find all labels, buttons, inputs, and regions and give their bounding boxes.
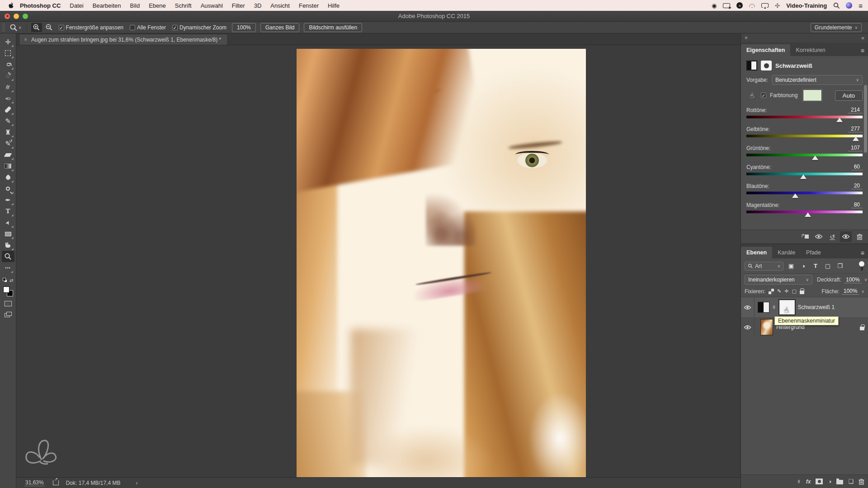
lasso-tool[interactable]: ϱ◢ (2, 59, 14, 70)
tab-korrekturen[interactable]: Korrekturen (790, 44, 830, 56)
layer-row-schwarzweiss[interactable]: ∞ ☝ Schwarzweiß 1 (741, 297, 868, 317)
menu-filter[interactable]: Filter (227, 2, 250, 9)
resize-windows-checkbox[interactable]: ✓ (59, 25, 64, 30)
actual-size-button[interactable]: 100% (232, 23, 256, 32)
move-tool[interactable]: ✛◢ (2, 36, 14, 47)
path-selection-tool[interactable]: ➤◢ (2, 217, 14, 228)
toggle-visibility-button[interactable] (840, 231, 852, 242)
preset-dropdown[interactable]: Benutzerdefiniert ∨ (772, 75, 863, 85)
layer-style-button[interactable]: fx (806, 479, 811, 485)
fit-screen-button[interactable]: Ganzes Bild (260, 23, 300, 32)
blend-mode-dropdown[interactable]: Ineinanderkopieren ∨ (745, 275, 812, 285)
menu-datei[interactable]: Datei (65, 2, 88, 9)
slider-track[interactable] (746, 154, 863, 156)
pen-tool[interactable]: ✒◢ (2, 194, 14, 206)
menu-3d[interactable]: 3D (250, 2, 266, 9)
menu-bearbeiten[interactable]: Bearbeiten (88, 2, 126, 9)
zoom-in-button[interactable] (31, 23, 42, 32)
menu-fenster[interactable]: Fenster (294, 2, 323, 9)
slider-value[interactable]: 107 (848, 145, 863, 151)
delete-layer-button[interactable] (859, 479, 864, 485)
menu-schrift[interactable]: Schrift (170, 2, 196, 9)
tab-ebenen[interactable]: Ebenen (741, 247, 772, 258)
layer-filter-dropdown[interactable]: Art ∨ (745, 262, 783, 271)
spotlight-search-icon[interactable] (833, 2, 840, 9)
menu-bild[interactable]: Bild (126, 2, 145, 9)
tab-pfade[interactable]: Pfade (801, 247, 826, 258)
quick-selection-tool[interactable]: ◌✎◢ (2, 70, 14, 81)
slider-thumb[interactable] (853, 136, 859, 141)
layer-name[interactable]: Schwarzweiß 1 (798, 304, 835, 310)
link-layers-button[interactable]: ∞ (797, 478, 801, 485)
airplay-icon[interactable] (761, 3, 769, 8)
crop-tool[interactable]: #◢ (2, 81, 14, 93)
delete-adjustment-button[interactable] (854, 231, 865, 242)
fill-screen-button[interactable]: Bildschirm ausfüllen (304, 23, 362, 32)
zoom-out-button[interactable] (44, 23, 55, 32)
bluetooth-icon[interactable]: ✣ (775, 2, 780, 9)
foreground-background-swatches[interactable] (3, 286, 13, 296)
add-mask-button[interactable] (816, 479, 823, 484)
opacity-value[interactable]: 100% (844, 277, 862, 283)
display-cursor-icon[interactable]: ➤ (723, 3, 730, 8)
current-tool-badge[interactable]: ∨ (7, 23, 24, 32)
lock-position-icon[interactable]: ✛ (784, 288, 788, 294)
slider-track[interactable] (746, 135, 863, 137)
shape-tool[interactable]: ◢ (2, 228, 14, 239)
properties-panel-menu-icon[interactable]: ≡ (857, 47, 868, 56)
quick-mask-button[interactable]: ◌ (5, 301, 12, 306)
tool-preset-chevron-icon[interactable]: ∨ (19, 25, 22, 30)
menu-auswahl[interactable]: Auswahl (196, 2, 227, 9)
screen-mode-button[interactable] (5, 312, 12, 317)
slider-track[interactable] (746, 192, 863, 194)
slider-thumb[interactable] (800, 174, 807, 179)
swap-colors-icon[interactable]: ⇄ (9, 278, 13, 283)
tab-kanaele[interactable]: Kanäle (772, 247, 801, 258)
layer-mask-thumbnail[interactable]: ☝ (779, 300, 795, 314)
adjustment-layer-thumbnail[interactable] (758, 302, 769, 313)
slider-value[interactable]: 214 (848, 107, 863, 113)
view-previous-state-button[interactable] (813, 231, 825, 242)
slider-thumb[interactable] (812, 155, 818, 160)
slider-thumb[interactable] (805, 212, 811, 217)
notification-center-icon[interactable]: ≡ (859, 2, 863, 9)
opacity-chevron-icon[interactable]: ∨ (864, 277, 868, 282)
tab-eigenschaften[interactable]: Eigenschaften (741, 44, 790, 56)
tint-checkbox[interactable]: ✓ (761, 93, 766, 98)
clone-stamp-tool[interactable]: ♜◢ (2, 127, 14, 138)
mask-link-icon[interactable]: ∞ (772, 305, 777, 309)
background-layer-thumbnail[interactable] (760, 319, 773, 335)
document-tab[interactable]: × Augen zum strahlen bringen.jpg bei 31,… (19, 34, 228, 45)
filter-adjustment-layers-icon[interactable]: ◑ (799, 263, 808, 269)
default-colors-control[interactable]: ⇄ (3, 278, 14, 283)
workspace-switcher[interactable]: Grundelemente ∨ (811, 23, 862, 32)
menu-ansicht[interactable]: Ansicht (266, 2, 294, 9)
layer-visibility-toggle[interactable] (741, 317, 755, 337)
creative-cloud-icon[interactable]: ∞ (736, 2, 743, 9)
filter-pixel-layers-icon[interactable]: ▣ (787, 263, 796, 269)
dock-collapse-icon[interactable]: « (861, 35, 864, 41)
reset-adjustment-button[interactable]: ↺ (826, 231, 838, 242)
wifi-icon[interactable] (749, 4, 755, 7)
filter-smart-objects-icon[interactable]: ❐ (835, 263, 844, 269)
siri-icon[interactable] (846, 2, 852, 9)
foreground-color-swatch[interactable] (3, 286, 9, 293)
lock-transparency-icon[interactable] (769, 289, 774, 294)
share-icon[interactable] (53, 480, 59, 485)
eraser-tool[interactable]: ◢ (2, 149, 14, 160)
slider-value[interactable]: 20 (851, 183, 863, 189)
slider-value[interactable]: 60 (851, 164, 863, 170)
slider-value[interactable]: 277 (848, 126, 863, 132)
lock-pixels-icon[interactable]: ✎ (777, 288, 781, 294)
brush-tool[interactable]: ✎◢ (2, 115, 14, 127)
menu-hilfe[interactable]: Hilfe (323, 2, 344, 9)
tint-color-swatch[interactable] (803, 89, 822, 101)
filter-toggle-pin[interactable] (859, 261, 864, 271)
slider-track[interactable] (746, 116, 863, 118)
history-brush-tool[interactable]: ✎↺◢ (2, 138, 14, 149)
auto-button[interactable]: Auto (835, 90, 863, 101)
fill-value[interactable]: 100% (842, 288, 859, 295)
scrubby-zoom-checkbox[interactable]: ✓ (172, 25, 178, 30)
targeted-adjustment-icon[interactable]: ☝ (745, 89, 759, 101)
blur-tool[interactable]: ◢ (2, 172, 14, 183)
